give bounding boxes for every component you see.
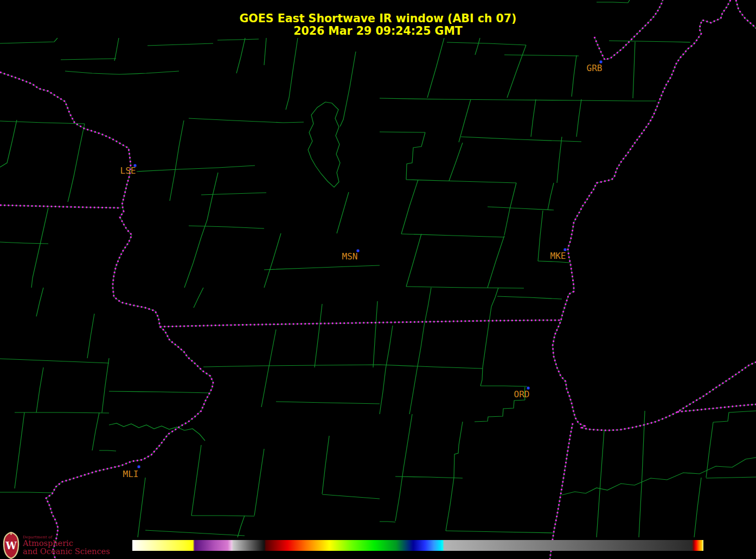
station-label: LSE — [120, 166, 136, 176]
image-timestamp: 2026 Mar 29 09:24:25 GMT — [293, 24, 463, 37]
station-label: MLI — [123, 469, 139, 479]
enhancement-colorbar — [132, 540, 703, 551]
satellite-image-viewport: GRBLSEMSNMKEORDMLI GOES East Shortwave I… — [0, 0, 756, 559]
station-label: ORD — [514, 389, 530, 399]
station-mke: MKE — [550, 249, 567, 262]
image-title: GOES East Shortwave IR window (ABI ch 07… — [239, 12, 516, 25]
station-label: MSN — [342, 251, 358, 262]
aos-logo: W Department of Atmospheric and Oceanic … — [2, 532, 127, 559]
station-ord: ORD — [514, 387, 530, 400]
logo-name-line2: and Oceanic Sciences — [23, 548, 110, 556]
station-msn: MSN — [342, 250, 360, 262]
station-label: MKE — [550, 251, 566, 261]
station-lse: LSE — [120, 164, 137, 176]
uw-crest-icon: W — [2, 532, 20, 559]
map-canvas: GRBLSEMSNMKEORDMLI GOES East Shortwave I… — [0, 0, 756, 559]
aos-logo-text: Department of Atmospheric and Oceanic Sc… — [23, 536, 110, 555]
crest-monogram: W — [5, 540, 17, 551]
station-label: GRB — [587, 63, 603, 73]
station-grb: GRB — [587, 61, 603, 74]
logo-name-line1: Atmospheric — [23, 539, 110, 548]
station-dot-icon — [138, 466, 140, 468]
